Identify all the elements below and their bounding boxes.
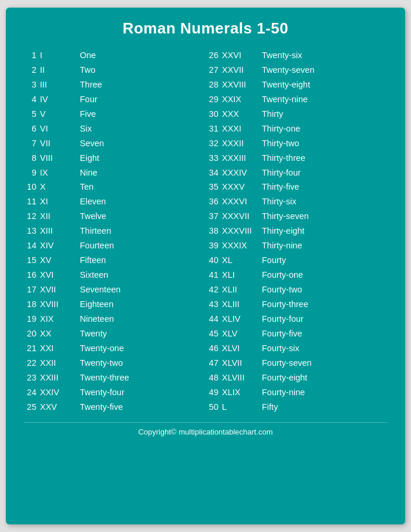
table-row: 42XLIIFourty-two [206,282,388,297]
table-row: 12XIITwelve [23,209,206,224]
table-row: 39XXXIXThirty-nine [206,238,388,253]
number-cell: 14 [23,238,40,253]
english-cell: Thirty-nine [262,238,302,253]
english-cell: Thirty-five [262,180,299,194]
english-cell: Twenty-nine [262,92,308,107]
roman-cell: XXXIX [222,238,262,253]
roman-cell: XLIV [222,312,262,326]
english-cell: Thirty-three [262,151,305,166]
table-row: 8VIIIEight [23,151,206,166]
table-row: 28XXVIIITwenty-eight [206,78,388,92]
english-cell: Fourty-five [262,326,302,341]
table-row: 43XLIIIFourty-three [206,297,388,312]
table-row: 44XLIVFourty-four [206,312,388,326]
roman-cell: XVI [40,268,80,282]
english-cell: Twenty-five [80,400,123,415]
number-cell: 2 [23,63,40,78]
roman-cell: XXXVI [222,194,262,209]
roman-cell: XXXVII [222,209,262,224]
number-cell: 10 [23,180,40,194]
english-cell: Fourty [262,253,286,268]
english-cell: Nine [80,166,97,180]
roman-cell: XXIII [40,371,80,385]
english-cell: Thirty-four [262,166,301,180]
roman-cell: XXVI [222,48,262,63]
number-cell: 17 [23,282,40,297]
number-cell: 13 [23,224,40,238]
roman-cell: XXVII [222,63,262,78]
roman-cell: L [222,400,262,415]
table-row: 35XXXVThirty-five [206,180,388,194]
table-row: 30XXXThirty [206,107,388,122]
table-row: 26XXVITwenty-six [206,48,388,63]
number-cell: 12 [23,209,40,224]
roman-cell: XXXIII [222,151,262,166]
number-cell: 27 [206,63,222,78]
table-row: 40XLFourty [206,253,388,268]
roman-cell: XII [40,209,80,224]
number-cell: 3 [23,78,40,92]
english-cell: Eight [80,151,99,166]
roman-cell: III [40,78,80,92]
table-row: 20XXTwenty [23,326,206,341]
number-cell: 25 [23,400,40,415]
roman-cell: XXVIII [222,78,262,92]
number-cell: 31 [206,122,222,136]
number-cell: 7 [23,136,40,151]
english-cell: Fourty-two [262,282,302,297]
roman-cell: XXXII [222,136,262,151]
roman-cell: XLV [222,326,262,341]
table-row: 37XXXVIIThirty-seven [206,209,388,224]
number-cell: 36 [206,194,222,209]
english-cell: Twenty-two [80,356,123,371]
roman-cell: XXIX [222,92,262,107]
roman-cell: XV [40,253,80,268]
roman-cell: XXIV [40,385,80,400]
roman-cell: XL [222,253,262,268]
number-cell: 22 [23,356,40,371]
table-row: 22XXIITwenty-two [23,356,206,371]
table-row: 45XLVFourty-five [206,326,388,341]
table-row: 16XVISixteen [23,268,206,282]
table-row: 49XLIXFourty-nine [206,385,388,400]
number-cell: 24 [23,385,40,400]
number-cell: 37 [206,209,222,224]
table-row: 29XXIXTwenty-nine [206,92,388,107]
number-cell: 9 [23,166,40,180]
roman-cell: VII [40,136,80,151]
number-cell: 19 [23,312,40,326]
number-cell: 16 [23,268,40,282]
number-cell: 30 [206,107,222,122]
english-cell: Seventeen [80,282,120,297]
english-cell: Twelve [80,209,106,224]
table-row: 6VISix [23,122,206,136]
number-cell: 46 [206,341,222,356]
table-row: 10XTen [23,180,206,194]
english-cell: Twenty-one [80,341,124,356]
roman-cell: I [40,48,80,63]
number-cell: 18 [23,297,40,312]
number-cell: 40 [206,253,222,268]
english-cell: Twenty-four [80,385,124,400]
roman-cell: IV [40,92,80,107]
roman-cell: XXXVIII [222,224,262,238]
number-cell: 34 [206,166,222,180]
number-cell: 23 [23,371,40,385]
roman-cell: XLVI [222,341,262,356]
english-cell: Fifty [262,400,278,415]
english-cell: Twenty-eight [262,78,310,92]
table-row: 27XXVIITwenty-seven [206,63,388,78]
roman-cell: II [40,63,80,78]
english-cell: Fourty-one [262,268,303,282]
english-cell: Six [80,122,92,136]
table-row: 23XXIIITwenty-three [23,371,206,385]
main-card: Roman Numerals 1-50 1IOne2IITwo3IIIThree… [6,8,405,524]
english-cell: Fourty-four [262,312,304,326]
english-cell: Thirty-eight [262,224,305,238]
english-cell: Sixteen [80,268,108,282]
english-cell: Eighteen [80,297,113,312]
roman-cell: XXXIV [222,166,262,180]
number-cell: 28 [206,78,222,92]
table-row: 50LFifty [206,400,388,415]
number-cell: 33 [206,151,222,166]
